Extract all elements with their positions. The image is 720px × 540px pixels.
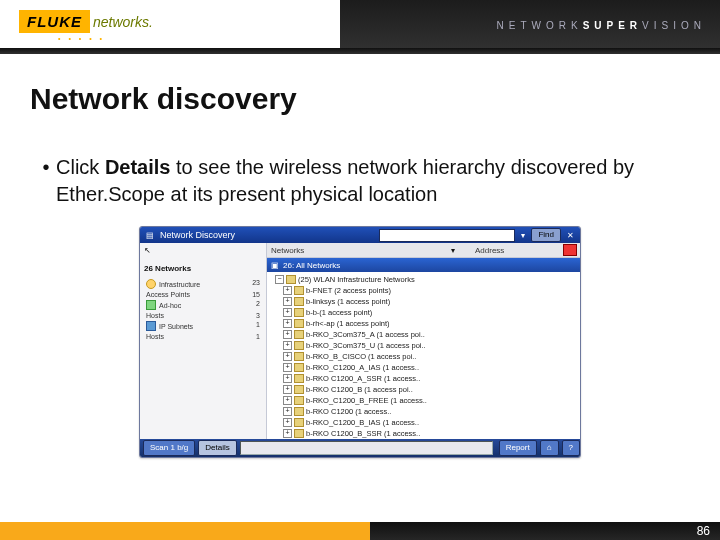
tree-node[interactable]: +b-RKO_B_CISCO (1 access poi.. <box>269 351 580 362</box>
detail-panel: Networks ▾ Address ▣26: All Networks −(2… <box>267 243 580 439</box>
home-icon[interactable]: ⌂ <box>540 440 559 456</box>
tree-node[interactable]: +b-RKO C1200_A_SSR (1 access.. <box>269 373 580 384</box>
expand-icon[interactable]: + <box>283 352 292 361</box>
ip-subnet-icon <box>146 321 156 331</box>
folder-icon <box>294 385 304 394</box>
titlebar[interactable]: ▤ Network Discovery ▾ Find ✕ <box>140 227 580 243</box>
header-underline <box>0 48 720 54</box>
summary-row[interactable]: Access Points15 <box>144 290 262 299</box>
brand-subtext: networks. <box>93 14 153 30</box>
col-networks[interactable]: Networks <box>267 246 451 255</box>
folder-icon <box>294 286 304 295</box>
network-tree[interactable]: −(25) WLAN Infrastructure Networks+b-FNE… <box>267 272 580 439</box>
tree-node[interactable]: +b-rh<-ap (1 access point) <box>269 318 580 329</box>
slide: FLUKE networks. • • • • • NETWORKSUPERVI… <box>0 0 720 540</box>
folder-icon <box>294 341 304 350</box>
page-number: 86 <box>370 522 720 540</box>
help-icon[interactable]: ? <box>562 440 580 456</box>
expand-icon[interactable]: + <box>283 396 292 405</box>
footer-accent <box>0 522 370 540</box>
folder-icon <box>294 319 304 328</box>
summary-row[interactable]: Ad-hoc2 <box>144 299 262 311</box>
folder-icon <box>294 363 304 372</box>
slide-footer: 86 <box>0 522 720 540</box>
summary-row[interactable]: Hosts1 <box>144 332 262 341</box>
brand-logo: FLUKE <box>19 10 90 33</box>
etherscope-window: ▤ Network Discovery ▾ Find ✕ ↖ 26 Networ… <box>139 226 581 458</box>
selection-bar[interactable]: ▣26: All Networks <box>267 258 580 272</box>
folder-icon <box>294 352 304 361</box>
brand-dots: • • • • • <box>58 35 340 42</box>
column-header: Networks ▾ Address <box>267 243 580 258</box>
networks-count: 26 Networks <box>144 264 262 273</box>
expand-icon[interactable]: + <box>283 297 292 306</box>
expand-icon[interactable]: + <box>283 363 292 372</box>
expand-icon[interactable]: + <box>283 407 292 416</box>
folder-icon <box>294 330 304 339</box>
expand-icon[interactable]: + <box>283 418 292 427</box>
slide-header: FLUKE networks. • • • • • NETWORKSUPERVI… <box>0 0 720 58</box>
bullet-list: • Click Details to see the wireless netw… <box>36 154 688 208</box>
expand-icon[interactable]: + <box>283 330 292 339</box>
expand-icon[interactable]: + <box>283 308 292 317</box>
bullet-dot: • <box>36 154 56 208</box>
logo-area: FLUKE networks. • • • • • <box>0 0 340 48</box>
tree-node[interactable]: +b-RKO_C1200_B_IAS (1 access.. <box>269 417 580 428</box>
tree-node[interactable]: +b-RKO_C1200_A_IAS (1 access.. <box>269 362 580 373</box>
find-input[interactable] <box>379 229 515 242</box>
toolbar-bottom: Scan 1 b/g Details Report ⌂ ? <box>140 439 580 457</box>
report-button[interactable]: Report <box>499 440 537 456</box>
sv-post: VISION <box>642 20 706 31</box>
folder-icon <box>286 275 296 284</box>
close-icon[interactable]: ✕ <box>567 231 574 240</box>
adhoc-icon <box>146 300 156 310</box>
tree-node[interactable]: +b-RKO_C1200_B_FREE (1 access.. <box>269 395 580 406</box>
details-button[interactable]: Details <box>198 440 236 456</box>
cursor-icon: ↖ <box>144 246 262 255</box>
tree-node[interactable]: +b-RKO C1200_B_SSR (1 access.. <box>269 428 580 439</box>
folder-icon <box>294 407 304 416</box>
slide-title: Network discovery <box>30 82 720 116</box>
tree-node[interactable]: +b-linksys (1 access point) <box>269 296 580 307</box>
tree-node[interactable]: +b-b-(1 access point) <box>269 307 580 318</box>
folder-icon <box>294 418 304 427</box>
expand-icon[interactable]: + <box>283 319 292 328</box>
col-address[interactable]: Address <box>455 246 563 255</box>
tree-node[interactable]: +b-FNET (2 access points) <box>269 285 580 296</box>
summary-row[interactable]: Infrastructure23 <box>144 278 262 290</box>
tree-node[interactable]: +b-RKO C1200_B (1 access poi.. <box>269 384 580 395</box>
app-title: Network Discovery <box>160 230 235 240</box>
summary-row[interactable]: IP Subnets1 <box>144 320 262 332</box>
expand-icon[interactable]: + <box>283 429 292 438</box>
expand-icon[interactable]: + <box>283 341 292 350</box>
system-tray: 📶 ⌨ ▮ 🔊 1:37 PM <box>140 457 580 458</box>
dropdown-icon[interactable]: ▾ <box>521 231 525 240</box>
summary-panel: ↖ 26 Networks Infrastructure23Access Poi… <box>140 243 267 439</box>
expand-icon[interactable]: + <box>283 385 292 394</box>
app-menu-icon[interactable]: ▤ <box>146 231 154 240</box>
folder-icon <box>294 429 304 438</box>
find-button[interactable]: Find <box>531 228 561 242</box>
alert-icon[interactable] <box>563 244 577 256</box>
folder-icon <box>294 396 304 405</box>
bullet-text: Click Details to see the wireless networ… <box>56 154 688 208</box>
tree-node[interactable]: +b-RKO_3Com375_U (1 access poi.. <box>269 340 580 351</box>
tree-node[interactable]: +b-RKO C1200 (1 access.. <box>269 406 580 417</box>
folder-icon <box>294 308 304 317</box>
folder-icon <box>294 374 304 383</box>
supervision-banner: NETWORKSUPERVISION <box>340 0 720 48</box>
status-bar <box>240 441 493 455</box>
summary-row[interactable]: Hosts3 <box>144 311 262 320</box>
sv-pre: NETWORK <box>497 20 583 31</box>
tree-node[interactable]: −(25) WLAN Infrastructure Networks <box>269 274 580 285</box>
bullet-item: • Click Details to see the wireless netw… <box>36 154 688 208</box>
infrastructure-icon <box>146 279 156 289</box>
folder-icon <box>294 297 304 306</box>
tree-node[interactable]: +b-RKO_3Com375_A (1 access poi.. <box>269 329 580 340</box>
scan-button[interactable]: Scan 1 b/g <box>143 440 195 456</box>
sv-bold: SUPER <box>583 20 642 31</box>
expand-icon[interactable]: − <box>275 275 284 284</box>
expand-icon[interactable]: + <box>283 286 292 295</box>
expand-icon[interactable]: + <box>283 374 292 383</box>
